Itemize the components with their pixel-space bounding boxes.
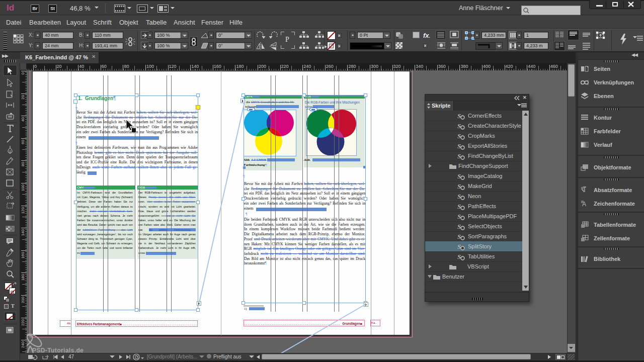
svg-text:S: S: [457, 142, 461, 150]
svg-text:S: S: [457, 213, 461, 220]
svg-text:S: S: [457, 152, 461, 160]
svg-text:S: S: [457, 132, 461, 140]
svg-text:S: S: [457, 253, 461, 260]
svg-text:S: S: [457, 112, 461, 120]
svg-text:S: S: [457, 223, 461, 230]
svg-text:S: S: [457, 203, 461, 210]
svg-text:S: S: [457, 172, 461, 180]
svg-text:S: S: [457, 233, 461, 240]
svg-text:S: S: [457, 243, 461, 250]
svg-text:S: S: [457, 122, 461, 130]
svg-text:S: S: [457, 183, 461, 190]
svg-text:S: S: [457, 193, 461, 200]
